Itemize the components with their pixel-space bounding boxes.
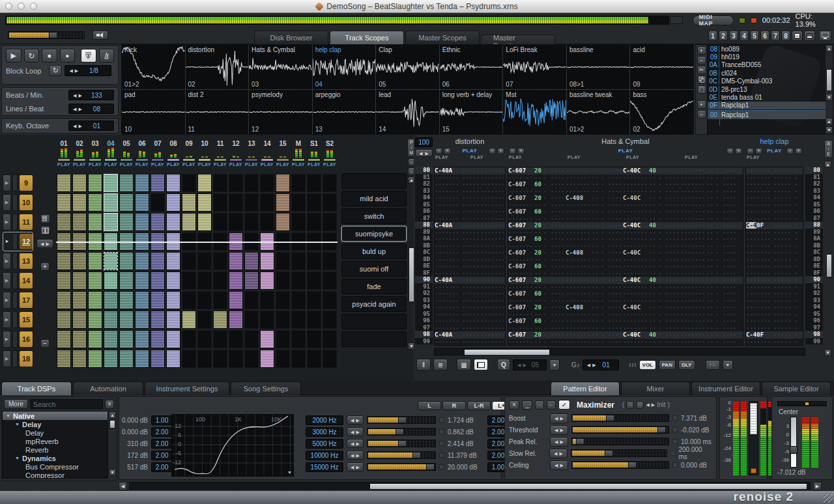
matrix-column-header-12[interactable]: 12PLAY xyxy=(228,140,244,167)
matrix-cell[interactable] xyxy=(197,213,212,231)
pattern-name-switch[interactable]: switch xyxy=(341,208,407,224)
pattern-row[interactable]: ············ ·· xyxy=(746,216,803,223)
pattern-row[interactable]: ·········· ·············· ··············… xyxy=(508,202,743,209)
matrix-cell[interactable] xyxy=(244,193,259,212)
sequence-duplicate-button[interactable] xyxy=(40,226,50,235)
decrease-icon[interactable]: ◀ xyxy=(73,124,76,128)
matrix-cell[interactable] xyxy=(291,252,306,270)
matrix-cell[interactable] xyxy=(104,272,118,290)
sequence-row-10[interactable]: ▶10 xyxy=(3,193,33,212)
resize-grip[interactable] xyxy=(824,494,833,503)
pattern-row[interactable]: ·········· ·············· ··············… xyxy=(508,175,743,182)
scope-cell-bass[interactable]: bass02 xyxy=(630,90,693,134)
dsp-scrollbar[interactable]: ▲ ▼ xyxy=(108,411,117,479)
pattern-row[interactable]: ···················· xyxy=(435,339,505,346)
matrix-cell[interactable] xyxy=(260,311,274,329)
preset-b-button[interactable]: B xyxy=(636,401,644,409)
matrix-column-header-S2[interactable]: S2PLAY xyxy=(322,140,338,167)
track-header-help-clap[interactable]: help clap−+PLAY−+PLAY xyxy=(745,136,803,162)
column-remove-button[interactable]: − xyxy=(489,148,496,154)
matrix-cell[interactable] xyxy=(166,350,180,368)
pattern-row[interactable]: C-60720· ····C-408··· ····C-40C··· ·····… xyxy=(508,304,743,311)
matrix-cell[interactable] xyxy=(197,350,212,368)
matrix-cell[interactable] xyxy=(151,330,165,348)
matrix-cell[interactable] xyxy=(72,272,87,290)
pattern-row[interactable]: ···················· xyxy=(435,208,505,216)
matrix-cell[interactable] xyxy=(307,232,321,251)
preset-a-button[interactable]: A xyxy=(626,401,634,409)
pattern-row[interactable]: ············ ·· xyxy=(746,270,803,277)
matrix-cell[interactable] xyxy=(135,174,149,192)
column-remove-button[interactable]: − xyxy=(786,148,794,154)
pattern-row[interactable]: ·········· ·············· ··············… xyxy=(508,188,743,195)
note-column-play-toggle[interactable]: PLAY xyxy=(626,155,683,162)
sequence-row-18[interactable]: ▶18 xyxy=(3,349,33,369)
matrix-cell[interactable] xyxy=(151,272,165,290)
instrument-copy-button[interactable] xyxy=(697,76,706,84)
track-play-toggle[interactable]: PLAY xyxy=(452,148,487,154)
matrix-cell[interactable] xyxy=(166,174,180,192)
matrix-cell[interactable] xyxy=(291,311,306,329)
instrument-stepper[interactable]: ◀▶ 01 xyxy=(582,359,619,371)
sequence-mute-slot[interactable] xyxy=(12,253,18,270)
matrix-cell[interactable] xyxy=(307,252,321,270)
matrix-cell[interactable] xyxy=(323,291,337,309)
matrix-cell[interactable] xyxy=(151,311,165,329)
device-next-button[interactable]: ▶ xyxy=(547,400,556,410)
column-add-button[interactable]: + xyxy=(795,148,802,154)
matrix-cell[interactable] xyxy=(57,350,71,368)
screen-button-7[interactable]: 7 xyxy=(771,31,780,41)
layout-upper-button[interactable] xyxy=(792,31,803,41)
matrix-cell[interactable] xyxy=(135,350,149,368)
matrix-cell[interactable] xyxy=(323,272,337,290)
matrix-cell[interactable] xyxy=(151,213,165,231)
grid-mode-button[interactable]: ▦ xyxy=(457,359,471,371)
scope-cell-dist-2[interactable]: dist 211 xyxy=(186,90,249,134)
matrix-cell[interactable] xyxy=(151,232,165,251)
matrix-cell[interactable] xyxy=(213,252,227,270)
matrix-cell[interactable] xyxy=(57,330,71,348)
matrix-cell[interactable] xyxy=(57,174,71,192)
pattern-row[interactable]: C-60760· ·············· ·············· ·… xyxy=(508,318,743,325)
scroll-up-icon[interactable]: ▲ xyxy=(826,45,833,52)
eq-band-q[interactable]: 2.00 xyxy=(151,451,173,460)
pattern-row[interactable]: C-60720· ·············· ····C-40C40· ···… xyxy=(508,222,743,229)
matrix-cell[interactable] xyxy=(276,350,290,368)
matrix-cell[interactable] xyxy=(182,311,196,329)
instrument-scrollbar[interactable]: ▲ ▼ ▲ ▼ xyxy=(826,45,833,134)
pattern-row[interactable]: ···················· xyxy=(435,188,505,195)
sequence-add-button[interactable]: + xyxy=(40,262,50,271)
editor-hscroll-handle[interactable] xyxy=(464,349,550,356)
matrix-cell[interactable] xyxy=(166,272,180,290)
matrix-cell[interactable] xyxy=(166,252,180,270)
sequence-mute-slot[interactable] xyxy=(12,311,18,328)
eq-band-freq[interactable]: 3000 Hz xyxy=(306,427,343,437)
sequence-number[interactable]: 14 xyxy=(19,272,33,289)
tab-instrument-editor[interactable]: Instrument Editor xyxy=(691,382,760,395)
matrix-cell[interactable] xyxy=(88,311,102,329)
pattern-row[interactable]: ···················· xyxy=(435,229,505,236)
decrease-icon[interactable]: ◀ xyxy=(69,68,72,73)
volume-column-button[interactable]: VOL xyxy=(639,360,656,370)
pattern-row[interactable]: ············ ·· xyxy=(746,249,803,257)
pattern-name-suomi-off[interactable]: suomi off xyxy=(341,261,407,277)
param-stepper[interactable]: ◀▶ xyxy=(549,449,568,458)
matrix-cell[interactable] xyxy=(323,330,337,348)
matrix-cell[interactable] xyxy=(72,193,87,212)
matrix-cell[interactable] xyxy=(72,174,87,192)
pattern-row[interactable]: ············ ·· xyxy=(746,243,803,250)
note-column-play-toggle[interactable]: PLAY xyxy=(747,155,802,162)
matrix-cell[interactable] xyxy=(182,350,196,368)
scope-cell-help-clap[interactable]: help clap04 xyxy=(313,45,376,89)
pattern-row[interactable]: ···················· xyxy=(435,298,505,305)
pan-slider[interactable] xyxy=(777,401,827,406)
decrease-icon[interactable]: ◀ xyxy=(73,107,76,111)
matrix-cell[interactable] xyxy=(323,232,337,251)
sequence-row-17[interactable]: ▶17 xyxy=(3,290,33,310)
sequence-number[interactable]: 15 xyxy=(19,311,33,328)
dsp-search-input[interactable] xyxy=(30,399,103,409)
matrix-cell[interactable] xyxy=(72,311,87,329)
pattern-row[interactable]: ·········· ·············· ··············… xyxy=(508,243,743,250)
matrix-cell[interactable] xyxy=(229,350,243,368)
matrix-cell[interactable] xyxy=(291,213,306,231)
